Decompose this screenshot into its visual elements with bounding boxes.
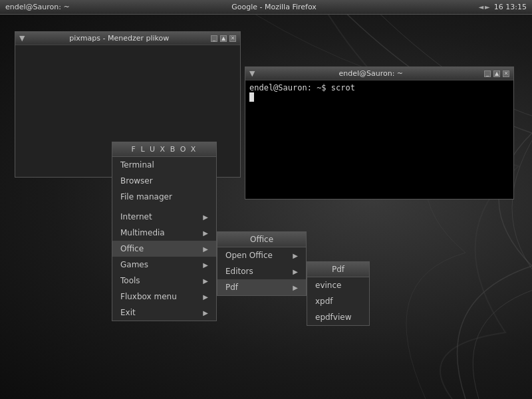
menu-item-internet-arrow: ▶: [203, 213, 208, 221]
filemanager-controls[interactable]: _ ▲ ✕: [211, 35, 236, 42]
menu-item-multimedia[interactable]: Multimedia ▶: [112, 225, 216, 241]
filemanager-title: pixmaps - Menedzer plikow: [27, 34, 211, 43]
pdf-submenu[interactable]: Pdf evince xpdf epdfview: [307, 261, 370, 326]
menu-item-office[interactable]: Office ▶: [112, 241, 216, 257]
office-item-openoffice-arrow: ▶: [293, 252, 298, 259]
menu-item-filemanager-label: File manager: [120, 192, 172, 201]
menu-item-terminal[interactable]: Terminal: [112, 157, 216, 173]
office-item-openoffice[interactable]: Open Office ▶: [217, 247, 306, 263]
taskbar-window-label: Google - Mozilla Firefox: [231, 3, 317, 11]
menu-item-office-label: Office: [120, 244, 144, 253]
terminal-cursor: [249, 92, 254, 102]
menu-item-tools[interactable]: Tools ▶: [112, 273, 216, 289]
menu-item-fluxboxmenu[interactable]: Fluxbox menu ▶: [112, 289, 216, 305]
fluxbox-menu-header: F L U X B O X: [112, 142, 216, 157]
menu-item-exit-label: Exit: [120, 308, 136, 317]
pdf-item-xpdf-label: xpdf: [315, 297, 333, 306]
pdf-submenu-header: Pdf: [307, 262, 369, 277]
office-item-pdf[interactable]: Pdf ▶: [217, 279, 306, 295]
taskbar-user-label: endel@Sauron: ~: [0, 3, 70, 11]
taskbar-right: ◄ ► 16 13:15: [478, 3, 532, 11]
filemanager-min-btn[interactable]: _: [211, 35, 217, 42]
menu-item-fluxboxmenu-label: Fluxbox menu: [120, 292, 177, 301]
arrow-left-icon[interactable]: ◄: [478, 3, 483, 11]
terminal-titlebar[interactable]: ▼ endel@Sauron: ~ _ ▲ ✕: [245, 67, 513, 80]
terminal-body[interactable]: endel@Sauron: ~$ scrot: [245, 80, 513, 199]
menu-item-tools-arrow: ▶: [203, 277, 208, 285]
terminal-prompt-line: endel@Sauron: ~$ scrot: [249, 83, 509, 92]
terminal-close-btn[interactable]: ✕: [503, 70, 509, 77]
menu-item-filemanager[interactable]: File manager: [112, 189, 216, 205]
office-item-editors[interactable]: Editors ▶: [217, 263, 306, 279]
terminal-window: ▼ endel@Sauron: ~ _ ▲ ✕ endel@Sauron: ~$…: [245, 66, 514, 200]
office-item-editors-arrow: ▶: [293, 268, 298, 275]
menu-item-exit-arrow: ▶: [203, 309, 208, 317]
filemanager-close-btn[interactable]: ✕: [229, 35, 236, 42]
menu-item-multimedia-arrow: ▶: [203, 229, 208, 237]
menu-item-internet[interactable]: Internet ▶: [112, 209, 216, 225]
pdf-item-evince-label: evince: [315, 281, 341, 290]
pdf-item-evince[interactable]: evince: [307, 277, 369, 293]
pdf-item-epdfview-label: epdfview: [315, 313, 351, 322]
terminal-cursor-line: [249, 92, 509, 102]
menu-item-games[interactable]: Games ▶: [112, 257, 216, 273]
menu-item-terminal-label: Terminal: [120, 160, 154, 170]
menu-item-browser[interactable]: Browser: [112, 173, 216, 189]
office-submenu[interactable]: Office Open Office ▶ Editors ▶ Pdf ▶: [217, 231, 307, 296]
taskbar-clock: 16 13:15: [494, 3, 527, 11]
menu-item-games-arrow: ▶: [203, 261, 208, 269]
arrow-right-icon[interactable]: ►: [485, 3, 490, 11]
filemanager-max-btn[interactable]: ▲: [220, 35, 227, 42]
menu-item-multimedia-label: Multimedia: [120, 228, 165, 237]
terminal-collapse-btn[interactable]: ▼: [249, 69, 255, 78]
office-item-openoffice-label: Open Office: [225, 251, 273, 260]
terminal-min-btn[interactable]: _: [484, 70, 491, 77]
menu-item-fluxboxmenu-arrow: ▶: [203, 293, 208, 301]
menu-item-office-arrow: ▶: [203, 245, 208, 253]
terminal-max-btn[interactable]: ▲: [493, 70, 500, 77]
office-submenu-header: Office: [217, 232, 306, 247]
fluxbox-menu[interactable]: F L U X B O X Terminal Browser File mana…: [112, 142, 217, 321]
pdf-item-xpdf[interactable]: xpdf: [307, 293, 369, 309]
office-item-pdf-arrow: ▶: [293, 284, 298, 291]
terminal-controls[interactable]: _ ▲ ✕: [484, 70, 509, 77]
menu-item-exit[interactable]: Exit ▶: [112, 305, 216, 321]
menu-item-internet-label: Internet: [120, 212, 152, 221]
menu-item-browser-label: Browser: [120, 176, 153, 186]
office-item-editors-label: Editors: [225, 267, 253, 276]
pdf-item-epdfview[interactable]: epdfview: [307, 309, 369, 325]
filemanager-titlebar[interactable]: ▼ pixmaps - Menedzer plikow _ ▲ ✕: [15, 32, 240, 45]
terminal-prompt-text: endel@Sauron: ~$ scrot: [249, 83, 355, 92]
taskbar-arrows[interactable]: ◄ ►: [478, 3, 489, 11]
taskbar-top: endel@Sauron: ~ Google - Mozilla Firefox…: [0, 0, 532, 15]
terminal-title: endel@Sauron: ~: [257, 69, 484, 78]
menu-item-tools-label: Tools: [120, 276, 140, 285]
filemanager-collapse-btn[interactable]: ▼: [19, 34, 25, 43]
menu-item-games-label: Games: [120, 260, 148, 269]
office-item-pdf-label: Pdf: [225, 283, 238, 292]
